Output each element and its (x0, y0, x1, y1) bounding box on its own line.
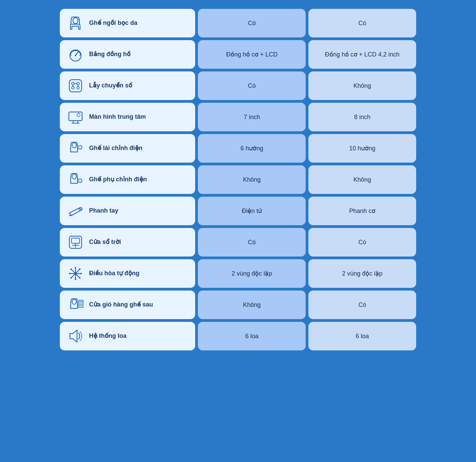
speaker-icon (67, 328, 84, 344)
row-dashboard: Bảng đồng hồ Đồng hồ cơ + LCD Đồng hồ cơ… (60, 40, 416, 69)
feature-cell-leather-seat: Ghế ngồi bọc da (60, 9, 195, 37)
val2-auto-ac: 2 vùng độc lập (308, 259, 416, 288)
seat-electric2-icon (67, 171, 84, 188)
svg-point-8 (72, 82, 74, 85)
val1-driver-seat-electric: 6 hướng (198, 134, 306, 163)
row-speaker: Hệ thống loa 6 loa 6 loa (60, 322, 416, 350)
svg-point-22 (79, 146, 82, 149)
feature-label-dashboard: Bảng đồng hồ (89, 50, 131, 58)
svg-rect-7 (69, 80, 82, 92)
svg-point-30 (72, 174, 76, 179)
sunroof-icon (67, 234, 84, 250)
svg-point-9 (77, 82, 80, 85)
feature-label-rear-vent: Cửa gió hàng ghế sau (89, 301, 153, 309)
svg-point-50 (75, 267, 76, 269)
val1-dashboard: Đồng hồ cơ + LCD (198, 40, 306, 69)
row-rear-vent: Cửa gió hàng ghế sau Không Có (60, 291, 416, 319)
row-handbrake: Phanh tay Điện tử Phanh cơ (60, 197, 416, 225)
svg-marker-63 (70, 330, 77, 342)
val2-speaker: 6 loa (308, 322, 416, 350)
feature-cell-auto-ac: Điều hòa tự động (60, 259, 195, 288)
svg-rect-42 (71, 238, 80, 243)
val2-driver-seat-electric: 10 hướng (308, 134, 416, 163)
svg-line-27 (78, 149, 79, 149)
svg-point-53 (80, 273, 82, 275)
feature-cell-center-screen: Màn hình trung tâm (60, 103, 195, 131)
row-gear-shift: Lẫy chuyển số Có Không (60, 71, 416, 100)
val2-dashboard: Đồng hồ cơ + LCD 4,2 inch (308, 40, 416, 69)
val1-leather-seat: Có (198, 9, 306, 37)
feature-cell-speaker: Hệ thống loa (60, 322, 195, 350)
feature-label-driver-seat-electric: Ghế lái chỉnh điện (89, 144, 142, 152)
seat-electric-icon (67, 140, 84, 156)
svg-line-2 (75, 51, 79, 55)
feature-label-passenger-seat-electric: Ghế phụ chỉnh điện (89, 176, 147, 183)
comparison-table: Ghế ngồi bọc da Có Có Bảng đồng hồ Đồng … (56, 5, 420, 354)
row-center-screen: Màn hình trung tâm 7 inch 8 inch (60, 103, 416, 131)
row-leather-seat: Ghế ngồi bọc da Có Có (60, 9, 416, 37)
svg-point-11 (77, 86, 80, 89)
svg-point-57 (70, 277, 72, 279)
svg-point-21 (72, 143, 76, 148)
svg-point-10 (72, 86, 74, 89)
svg-point-31 (79, 179, 82, 182)
svg-line-34 (81, 179, 82, 179)
rear-seat-vent-icon (67, 297, 84, 313)
val1-handbrake: Điện tử (198, 197, 306, 225)
val2-center-screen: 8 inch (308, 103, 416, 131)
val2-leather-seat: Có (308, 9, 416, 37)
svg-point-52 (69, 273, 71, 275)
feature-cell-rear-vent: Cửa gió hàng ghế sau (60, 291, 195, 319)
feature-cell-passenger-seat-electric: Ghế phụ chỉnh điện (60, 165, 195, 194)
handbrake-icon (67, 203, 84, 219)
val2-handbrake: Phanh cơ (308, 197, 416, 225)
gauge-icon (67, 46, 84, 63)
svg-point-54 (70, 268, 72, 270)
svg-point-55 (79, 277, 81, 279)
val2-gear-shift: Không (308, 71, 416, 100)
feature-label-handbrake: Phanh tay (89, 207, 118, 215)
feature-cell-driver-seat-electric: Ghế lái chỉnh điện (60, 134, 195, 163)
val2-rear-vent: Có (308, 291, 416, 319)
svg-line-37 (81, 182, 82, 183)
feature-cell-sunroof: Cửa sổ trời (60, 228, 195, 257)
svg-line-28 (81, 149, 82, 149)
svg-line-26 (78, 145, 79, 146)
svg-point-19 (77, 114, 80, 117)
svg-point-58 (72, 299, 76, 304)
svg-point-56 (79, 268, 81, 270)
feature-cell-handbrake: Phanh tay (60, 197, 195, 225)
feature-label-auto-ac: Điều hòa tự động (89, 269, 139, 277)
val1-center-screen: 7 inch (198, 103, 306, 131)
val2-sunroof: Có (308, 228, 416, 257)
snowflake-icon (67, 265, 84, 282)
val1-auto-ac: 2 vùng độc lập (198, 259, 306, 288)
val1-rear-vent: Không (198, 291, 306, 319)
feature-label-gear-shift: Lẫy chuyển số (89, 82, 132, 89)
val1-gear-shift: Có (198, 71, 306, 100)
screen-icon (67, 109, 84, 125)
svg-point-0 (73, 18, 78, 24)
val1-passenger-seat-electric: Không (198, 165, 306, 194)
svg-line-25 (81, 145, 82, 146)
val2-passenger-seat-electric: Không (308, 165, 416, 194)
row-sunroof: Cửa sổ trời Có Có (60, 228, 416, 257)
svg-point-51 (75, 278, 76, 280)
row-auto-ac: Điều hòa tự động 2 vùng độc lập 2 vùng đ… (60, 259, 416, 288)
feature-label-leather-seat: Ghế ngồi bọc da (89, 19, 137, 27)
val1-sunroof: Có (198, 228, 306, 257)
seat-icon (67, 15, 84, 31)
feature-cell-gear-shift: Lẫy chuyển số (60, 71, 195, 100)
row-passenger-seat-electric: Ghế phụ chỉnh điện Không Không (60, 165, 416, 194)
feature-label-center-screen: Màn hình trung tâm (89, 113, 146, 121)
feature-label-sunroof: Cửa sổ trời (89, 238, 121, 246)
svg-line-35 (78, 179, 79, 179)
feature-cell-dashboard: Bảng đồng hồ (60, 40, 195, 69)
feature-label-speaker: Hệ thống loa (89, 332, 126, 340)
svg-point-49 (74, 272, 77, 275)
svg-rect-15 (69, 112, 82, 121)
val1-speaker: 6 loa (198, 322, 306, 350)
svg-point-3 (75, 55, 76, 56)
row-driver-seat-electric: Ghế lái chỉnh điện 6 hướng 10 hướng (60, 134, 416, 163)
car-gear-icon (67, 78, 84, 94)
